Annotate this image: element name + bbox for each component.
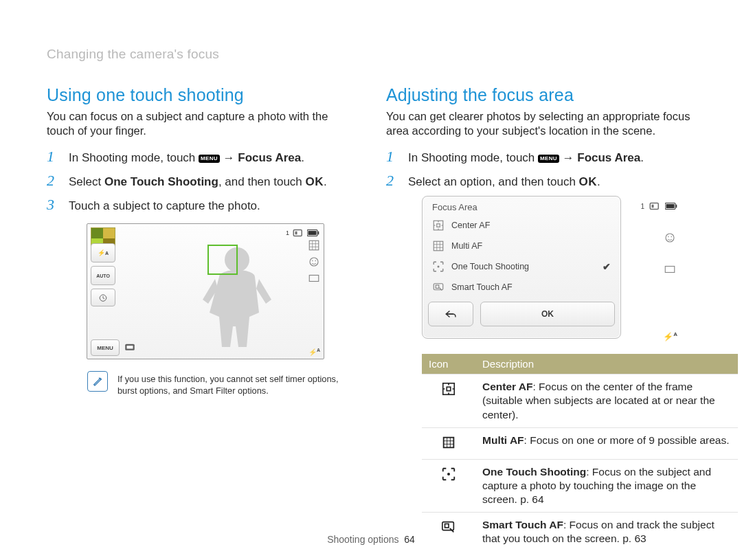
lead-one-touch: You can focus on a subject and capture a… xyxy=(47,109,356,138)
svg-rect-16 xyxy=(434,241,443,251)
row-rest: : Focus on one or more of 9 possible are… xyxy=(524,434,730,446)
multi-af-icon xyxy=(432,240,445,252)
option-smart-touch[interactable]: Smart Touch AF xyxy=(428,277,615,298)
svg-rect-23 xyxy=(666,204,675,208)
step2-bold: One Touch Shooting xyxy=(104,175,218,188)
svg-rect-37 xyxy=(451,441,453,444)
r-step2-pre: Select an option, and then touch xyxy=(408,175,579,188)
focus-area-table: Icon Description Center AF: Focus on the… xyxy=(422,354,738,551)
svg-rect-33 xyxy=(447,438,450,440)
flash-button[interactable]: ⚡A xyxy=(91,243,115,262)
step1-bold: Focus Area xyxy=(238,151,301,164)
desc-cell: Center AF: Focus on the center of the fr… xyxy=(475,374,738,427)
mode-button[interactable]: AUTO xyxy=(91,266,115,285)
back-button[interactable] xyxy=(428,302,473,326)
row-bold: Center AF xyxy=(482,381,533,392)
svg-rect-39 xyxy=(447,444,450,447)
svg-rect-3 xyxy=(308,231,317,235)
footer-page: 64 xyxy=(404,534,415,545)
col-left: Using one touch shooting You can focus o… xyxy=(47,85,356,551)
svg-rect-24 xyxy=(676,205,677,208)
th-icon: Icon xyxy=(422,354,475,374)
menu-icon: MENU xyxy=(538,155,559,163)
svg-point-7 xyxy=(312,260,313,262)
svg-rect-43 xyxy=(445,524,449,528)
multi-af-icon xyxy=(422,427,475,459)
svg-rect-35 xyxy=(445,441,447,444)
table-row: Center AF: Focus on the center of the fr… xyxy=(422,374,738,427)
smart-touch-icon xyxy=(432,281,445,293)
r-step1-bold: Focus Area xyxy=(577,151,640,164)
storage-icon xyxy=(292,227,304,239)
row-bold: Smart Touch AF xyxy=(482,519,563,530)
option-label: Smart Touch AF xyxy=(451,282,513,292)
svg-rect-38 xyxy=(445,444,447,447)
note-box: If you use this function, you cannot set… xyxy=(87,370,356,398)
option-one-touch[interactable]: One Touch Shooting ✔ xyxy=(428,256,615,277)
ok-icon: OK xyxy=(306,175,324,188)
one-touch-icon xyxy=(432,260,445,273)
option-multi-af[interactable]: Multi AF xyxy=(428,236,615,256)
svg-point-25 xyxy=(666,234,674,242)
svg-rect-40 xyxy=(451,444,453,447)
svg-point-41 xyxy=(447,473,450,475)
flash-indicator: ⚡A xyxy=(663,331,677,341)
center-af-icon xyxy=(422,374,475,427)
svg-rect-1 xyxy=(295,232,297,235)
focus-area-dialog: Focus Area Center AF Multi AF One Touch … xyxy=(422,196,621,339)
option-label: Multi AF xyxy=(451,241,482,251)
battery-icon xyxy=(665,203,677,210)
step2-mid: , and then touch xyxy=(218,175,306,188)
menu-icon: MENU xyxy=(199,155,220,163)
col-right: Adjusting the focus area You can get cle… xyxy=(386,85,695,551)
table-row: Smart Touch AF: Focus on and track the s… xyxy=(422,513,738,552)
camera-preview: 1 ⚡A AUTO ME xyxy=(87,223,324,359)
dialog-side-status: 1 ⚡A xyxy=(640,200,677,343)
face-icon xyxy=(308,256,320,268)
step-text: Select One Touch Shooting, and then touc… xyxy=(69,175,327,189)
row-bold: Multi AF xyxy=(482,434,524,446)
step-text: Touch a subject to capture the photo. xyxy=(69,199,260,213)
timer-button[interactable] xyxy=(91,289,115,306)
table-row: One Touch Shooting: Focus on the subject… xyxy=(422,459,738,512)
preview-top-status: 1 xyxy=(286,227,319,239)
row-bold: One Touch Shooting xyxy=(482,466,586,478)
storage-icon xyxy=(649,200,661,212)
shot-counter: 1 xyxy=(286,229,289,236)
r-step2-tail: . xyxy=(597,175,600,188)
dialog-title: Focus Area xyxy=(432,202,615,212)
display-icon[interactable] xyxy=(124,341,136,354)
svg-point-26 xyxy=(668,236,669,238)
svg-point-8 xyxy=(315,260,317,262)
option-center-af[interactable]: Center AF xyxy=(428,215,615,236)
svg-rect-20 xyxy=(650,203,658,210)
svg-rect-34 xyxy=(451,438,453,440)
step2-pre: Select xyxy=(69,175,104,188)
lead-focus-area: You can get clearer photos by selecting … xyxy=(386,109,695,138)
menu-button[interactable]: MENU xyxy=(91,339,120,356)
ok-button[interactable]: OK xyxy=(480,302,615,326)
page-footer: Shooting options 64 xyxy=(0,534,742,545)
svg-rect-5 xyxy=(309,240,319,250)
flash-indicator: ⚡A xyxy=(308,348,320,356)
face-icon xyxy=(664,232,676,244)
note-icon xyxy=(87,371,108,392)
svg-rect-4 xyxy=(318,232,319,235)
svg-rect-32 xyxy=(445,438,447,440)
arrow-icon: → xyxy=(563,151,578,164)
svg-rect-21 xyxy=(652,205,654,208)
grid-icon xyxy=(308,239,320,251)
heading-focus-area: Adjusting the focus area xyxy=(386,85,695,105)
th-desc: Description xyxy=(475,354,738,374)
desc-cell: Multi AF: Focus on one or more of 9 poss… xyxy=(475,427,738,459)
step-text: In Shooting mode, touch MENU → Focus Are… xyxy=(408,151,644,165)
center-af-icon xyxy=(432,219,445,232)
focus-box xyxy=(207,245,238,275)
desc-cell: One Touch Shooting: Focus on the subject… xyxy=(475,459,738,512)
svg-rect-0 xyxy=(293,230,302,236)
r-step1-pre: In Shooting mode, touch xyxy=(408,151,538,164)
step-text: Select an option, and then touch OK. xyxy=(408,175,600,189)
battery-icon xyxy=(307,229,319,236)
note-text: If you use this function, you cannot set… xyxy=(117,373,355,397)
svg-rect-30 xyxy=(447,387,451,391)
